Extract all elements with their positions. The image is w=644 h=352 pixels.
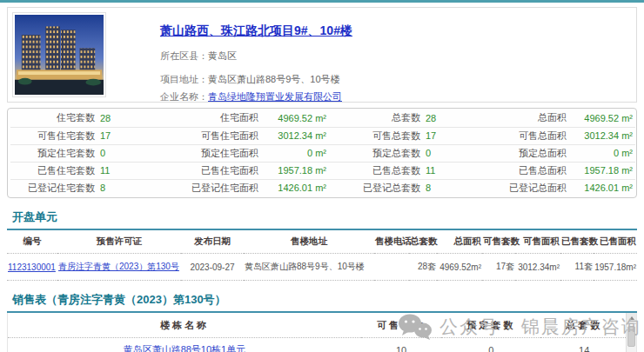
- company-link[interactable]: 青岛绿地隆翔置业发展有限公司: [208, 91, 342, 102]
- header-cell: 发布日期: [181, 230, 244, 254]
- stats-table: 住宅套数28 住宅面积4969.52 m² 总套数28 总面积4969.52 m…: [10, 110, 635, 196]
- stat-value: 3012.34 m²: [261, 127, 329, 144]
- table-row: 住宅套数28 住宅面积4969.52 m² 总套数28 总面积4969.52 m…: [10, 110, 635, 127]
- sold-units: 11套: [560, 254, 594, 281]
- stat-value: 0 m²: [261, 144, 329, 162]
- available-units: 17套: [482, 254, 515, 281]
- sales-phone: [374, 254, 409, 281]
- table-row: 可售住宅套数17 可售住宅面积3012.34 m² 可售总套数17 可售总面积3…: [10, 127, 635, 144]
- presale-permit-link[interactable]: 青房注字青黄（2023）第130号: [58, 262, 179, 271]
- address-value: 黄岛区萧山路88号9号、10号楼: [208, 74, 340, 84]
- header-cell: 售楼地址: [244, 230, 374, 254]
- watermark: 公众号 · 锦晨房产咨询: [397, 313, 641, 341]
- stat-value: 11: [423, 162, 473, 179]
- kaipan-table: 编号 预售许可证 发布日期 售楼地址 售楼电话 总套数 总面积 可售套数 可售面…: [7, 230, 637, 281]
- district-label: 所在区县：: [160, 50, 208, 61]
- stat-label: 预定总套数: [329, 144, 423, 162]
- building-photo-art: [15, 15, 104, 95]
- stat-label: 可售住宅套数: [10, 127, 97, 144]
- stat-value: 28: [97, 110, 148, 127]
- sales-address: 黄岛区萧山路88号9号、10号楼: [244, 254, 374, 281]
- header-cell: 编号: [7, 230, 57, 254]
- header-cell: 总面积: [437, 230, 482, 254]
- header-cell: 总套数: [409, 230, 437, 254]
- address-label: 项目地址：: [160, 74, 208, 84]
- stat-value: 28: [423, 110, 473, 127]
- stats-summary-box: 住宅套数28 住宅面积4969.52 m² 总套数28 总面积4969.52 m…: [7, 108, 637, 198]
- stat-label: 可售总面积: [473, 127, 569, 144]
- stat-value: 1957.18 m²: [261, 162, 329, 179]
- stat-label: 已售总套数: [329, 162, 423, 179]
- stat-label: 总面积: [473, 110, 569, 127]
- total-units: 28套: [409, 254, 437, 281]
- stat-value: 8: [423, 179, 473, 196]
- stat-label: 已登记总面积: [473, 179, 569, 196]
- stat-value: 0: [423, 144, 473, 162]
- stat-label: 住宅套数: [10, 110, 97, 127]
- stat-label: 可售总套数: [329, 127, 423, 144]
- building-photo[interactable]: [12, 12, 106, 97]
- stat-value: 17: [97, 127, 148, 144]
- project-profile-card: 萧山路西、珠江路北项目9#、10#楼 所在区县：黄岛区 项目地址：黄岛区萧山路8…: [7, 7, 637, 103]
- stat-value: 4969.52 m²: [261, 110, 329, 127]
- stat-value: 4969.52 m²: [569, 110, 635, 127]
- table-row: 已登记住宅套数8 已登记住宅面积1426.01 m² 已登记总套数8 已登记总面…: [10, 179, 635, 196]
- wechat-icon: [397, 313, 433, 341]
- stat-value: 3012.34 m²: [569, 127, 635, 144]
- table-row: 已售住宅套数11 已售住宅面积1957.18 m² 已售总套数11 已售总面积1…: [10, 162, 635, 179]
- watermark-text: 公众号 · 锦晨房产咨询: [439, 315, 641, 339]
- stat-value: 8: [97, 179, 148, 196]
- stat-label: 已售总面积: [473, 162, 569, 179]
- stat-value: 1426.01 m²: [261, 179, 329, 196]
- stat-label: 住宅面积: [148, 110, 261, 127]
- stat-label: 已售住宅套数: [10, 162, 97, 179]
- kaipan-section-title: 开盘单元: [7, 209, 637, 225]
- sold-area: 1957.18m²: [594, 254, 637, 281]
- table-row: 1123130001 青房注字青黄（2023）第130号 2023-09-27 …: [7, 254, 637, 281]
- header-cell: 可售面积: [515, 230, 560, 254]
- table-header-row: 编号 预售许可证 发布日期 售楼地址 售楼电话 总套数 总面积 可售套数 可售面…: [7, 230, 637, 254]
- stat-label: 已登记住宅面积: [148, 179, 261, 196]
- building-link[interactable]: 黄岛区萧山路88号10栋1单元: [124, 344, 246, 352]
- stat-value: 11: [97, 162, 148, 179]
- header-cell: 预售许可证: [57, 230, 181, 254]
- stat-label: 预定住宅套数: [10, 144, 97, 162]
- top-accent-bar: [0, 0, 644, 3]
- district-value: 黄岛区: [208, 50, 237, 61]
- available-area: 3012.34m²: [515, 254, 560, 281]
- stat-value: 0 m²: [569, 144, 635, 162]
- project-title-link[interactable]: 萧山路西、珠江路北项目9#、10#楼: [160, 23, 352, 39]
- stat-value: 1426.01 m²: [569, 179, 635, 196]
- property-info-page: 萧山路西、珠江路北项目9#、10#楼 所在区县：黄岛区 项目地址：黄岛区萧山路8…: [0, 0, 644, 352]
- permit-id-link[interactable]: 1123130001: [8, 262, 56, 272]
- stat-label: 预定住宅面积: [148, 144, 261, 162]
- stat-value: 17: [423, 127, 473, 144]
- stat-label: 已登记总套数: [329, 179, 423, 196]
- header-cell: 售楼电话: [374, 230, 409, 254]
- header-cell: 已售套数: [560, 230, 594, 254]
- company-label: 企业名称：: [160, 91, 208, 102]
- sales-section-title: 销售表（青房注字青黄（2023）第130号）: [7, 292, 637, 308]
- publish-date: 2023-09-27: [181, 254, 244, 281]
- table-row: 预定住宅套数0 预定住宅面积0 m² 预定总套数0 预定总面积0 m²: [10, 144, 635, 162]
- stat-label: 已登记住宅套数: [10, 179, 97, 196]
- stat-label: 已售住宅面积: [148, 162, 261, 179]
- stat-label: 预定总面积: [473, 144, 569, 162]
- stat-label: 可售住宅面积: [148, 127, 261, 144]
- stat-label: 总套数: [329, 110, 423, 127]
- header-cell: 已售面积: [594, 230, 637, 254]
- company-field: 企业名称：青岛绿地隆翔置业发展有限公司: [160, 90, 352, 103]
- stat-value: 0: [97, 144, 148, 162]
- address-field: 项目地址：黄岛区萧山路88号9号、10号楼: [160, 73, 352, 86]
- stat-value: 1957.18 m²: [569, 162, 635, 179]
- total-area: 4969.52m²: [437, 254, 482, 281]
- header-cell: 可售套数: [482, 230, 515, 254]
- header-cell: 楼栋名称: [8, 313, 361, 338]
- district-field: 所在区县：黄岛区: [160, 50, 352, 63]
- project-info: 萧山路西、珠江路北项目9#、10#楼 所在区县：黄岛区 项目地址：黄岛区萧山路8…: [106, 12, 352, 97]
